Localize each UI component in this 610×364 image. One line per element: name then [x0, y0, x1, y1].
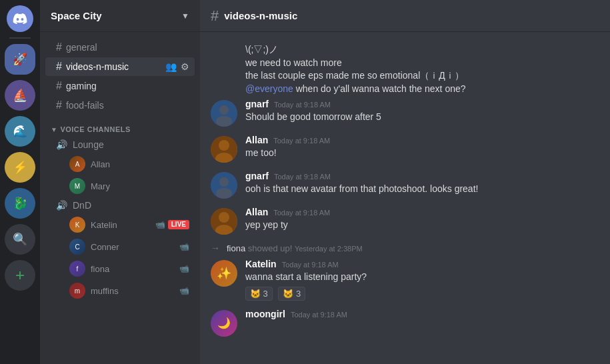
hash-icon: # — [56, 80, 62, 92]
voice-user-icons: 📹 — [179, 264, 189, 273]
server-divider — [9, 37, 31, 39]
message-timestamp: Today at 9:18 AM — [273, 137, 330, 145]
chevron-down-icon: ▼ — [181, 11, 189, 21]
channel-actions: 👥 ⚙ — [165, 61, 189, 72]
system-text: fiona showed up! Yesterday at 2:38PM — [227, 243, 363, 253]
search-server-button[interactable]: 🔍 — [5, 224, 35, 255]
voice-user-conner[interactable]: C Conner 📹 — [45, 236, 195, 257]
video-icon: 📹 — [155, 220, 165, 229]
message-group: ✨ Katelin Today at 9:18 AM wanna start a… — [200, 256, 610, 303]
avatar: C — [69, 239, 85, 255]
voice-user-name: fiona — [91, 264, 109, 274]
server-icon-space-city[interactable]: 🚀 — [5, 44, 35, 75]
svg-point-10 — [219, 212, 229, 223]
voice-user-allan[interactable]: A Allan — [45, 153, 195, 175]
server-icon-3[interactable]: 🌊 — [5, 116, 35, 147]
message-timestamp: Today at 9:18 AM — [291, 311, 347, 319]
voice-user-muffins[interactable]: m muffins 📹 — [45, 280, 195, 301]
voice-speaker-icon: 🔊 — [56, 200, 67, 211]
voice-user-icons: 📹 — [179, 242, 189, 251]
avatar: f — [69, 261, 85, 277]
message-text: \(;▽;)ノ — [245, 43, 599, 57]
live-badge: LIVE — [168, 220, 189, 229]
message-group: gnarf Today at 9:18 AM Should be good to… — [200, 96, 610, 129]
message-timestamp: Today at 9:18 AM — [282, 261, 339, 269]
reaction-cat-2[interactable]: 🐱 3 — [278, 287, 305, 301]
hash-icon: # — [56, 41, 62, 53]
message-content: moongirl Today at 9:18 AM — [245, 309, 599, 337]
server-name: Space City — [51, 10, 102, 21]
voice-channel-name: Lounge — [73, 139, 104, 150]
messages-area[interactable]: \(;▽;)ノ we need to watch more the last c… — [200, 32, 610, 364]
channel-general[interactable]: # general — [45, 38, 195, 57]
message-content: gnarf Today at 9:18 AM ooh is that new a… — [245, 171, 599, 199]
voice-user-fiona[interactable]: f fiona 📹 — [45, 258, 195, 279]
voice-channel-lounge[interactable]: 🔊 Lounge — [45, 137, 195, 153]
video-icon: 📹 — [179, 242, 189, 251]
mention: @everyone — [245, 83, 293, 94]
svg-point-2 — [216, 116, 232, 127]
server-icon-4[interactable]: ⚡ — [5, 152, 35, 183]
message-group: 🌙 moongirl Today at 9:18 AM — [200, 306, 610, 339]
server-name-bar[interactable]: Space City ▼ — [40, 0, 200, 32]
avatar: m — [69, 283, 85, 299]
avatar — [211, 172, 237, 199]
voice-user-name: Mary — [91, 181, 110, 191]
message-header: Allan Today at 9:18 AM — [245, 135, 599, 145]
message-text: Should be good tomorrow after 5 — [245, 111, 599, 124]
avatar — [211, 136, 237, 163]
hash-icon: # — [56, 61, 62, 73]
video-icon: 📹 — [179, 286, 189, 295]
message-author: Katelin — [245, 259, 277, 269]
avatar — [211, 208, 237, 235]
add-member-icon[interactable]: 👥 — [165, 61, 177, 72]
message-text: me too! — [245, 147, 599, 160]
message-author: moongirl — [245, 309, 285, 319]
channel-label: gaming — [66, 81, 97, 91]
message-group: Allan Today at 9:18 AM yep yep ty — [200, 204, 610, 237]
channel-label: videos-n-music — [66, 61, 129, 72]
message-text: @everyone when do y'all wanna watch the … — [245, 83, 599, 96]
server-sidebar: 🚀 ⛵ 🌊 ⚡ 🐉 🔍 + — [0, 0, 40, 364]
voice-speaker-icon: 🔊 — [56, 139, 67, 150]
channel-label: food-fails — [66, 100, 104, 111]
message-text: ooh is that new avatar from that photosh… — [245, 183, 599, 196]
avatar: K — [69, 217, 85, 233]
voice-channels-category[interactable]: ▼ VOICE CHANNELS — [40, 123, 200, 136]
svg-point-1 — [219, 105, 229, 115]
discord-logo[interactable] — [7, 5, 33, 32]
channel-videos-n-music[interactable]: # videos-n-music 👥 ⚙ — [45, 57, 195, 76]
video-icon: 📹 — [179, 264, 189, 273]
voice-channel-dnd[interactable]: 🔊 DnD — [45, 197, 195, 213]
category-arrow-icon: ▼ — [51, 126, 57, 133]
avatar: 🌙 — [211, 310, 237, 337]
message-content: Allan Today at 9:18 AM me too! — [245, 135, 599, 163]
voice-user-name: Conner — [91, 242, 119, 252]
voice-user-name: Katelin — [91, 220, 117, 230]
message-continuation: \(;▽;)ノ we need to watch more the last c… — [200, 43, 610, 96]
message-content: gnarf Today at 9:18 AM Should be good to… — [245, 99, 599, 127]
voice-user-name: muffins — [91, 286, 119, 296]
add-server-button[interactable]: + — [5, 260, 35, 291]
channel-food-fails[interactable]: # food-fails — [45, 96, 195, 115]
reaction-cat-1[interactable]: 🐱 3 — [245, 287, 273, 301]
message-text: we need to watch more — [245, 57, 599, 70]
voice-user-katelin[interactable]: K Katelin 📹 LIVE — [45, 214, 195, 235]
message-author: gnarf — [245, 171, 269, 181]
channel-gaming[interactable]: # gaming — [45, 77, 195, 95]
message-content: Katelin Today at 9:18 AM wanna start a l… — [245, 259, 599, 301]
arrow-icon: → — [211, 243, 220, 253]
message-text: yep yep ty — [245, 219, 599, 232]
voice-user-mary[interactable]: M Mary — [45, 175, 195, 197]
main-content: # videos-n-music \(;▽;)ノ we need to watc… — [200, 0, 610, 364]
settings-icon[interactable]: ⚙ — [181, 61, 189, 72]
message-text: the last couple eps made me so emotional… — [245, 69, 599, 83]
server-icon-2[interactable]: ⛵ — [5, 80, 35, 111]
voice-channel-name: DnD — [73, 200, 91, 211]
message-header: gnarf Today at 9:18 AM — [245, 171, 599, 181]
server-icon-5[interactable]: 🐉 — [5, 188, 35, 219]
message-header: gnarf Today at 9:18 AM — [245, 99, 599, 109]
channel-header-hash-icon: # — [211, 7, 219, 25]
svg-point-4 — [219, 140, 229, 151]
avatar: M — [69, 178, 85, 194]
